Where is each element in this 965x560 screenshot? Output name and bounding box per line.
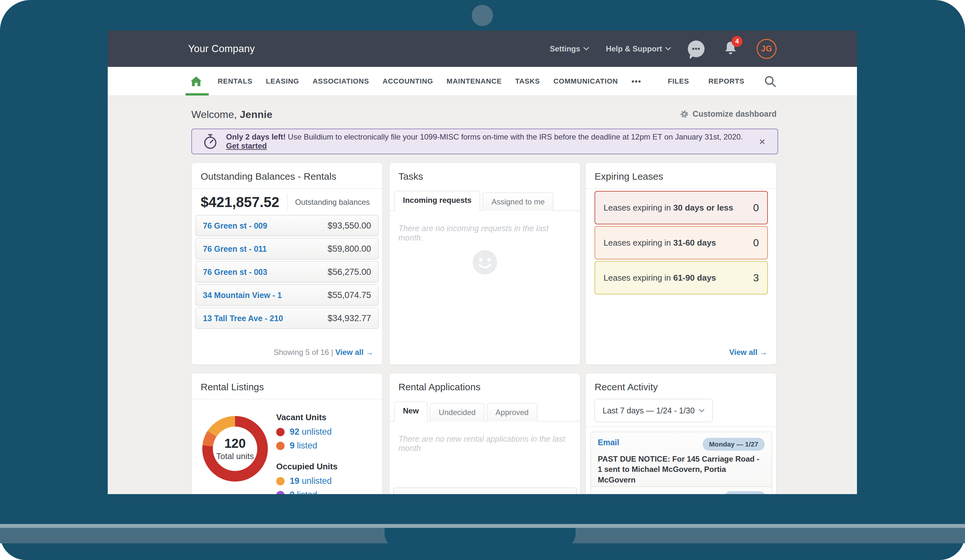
banner-get-started-link[interactable]: Get started xyxy=(226,142,267,150)
smiley-icon xyxy=(471,249,499,277)
leases-31-60-days-box[interactable]: Leases expiring in 31-60 days 0 xyxy=(595,226,768,260)
active-tab-underline xyxy=(186,93,209,95)
lease-box-count: 0 xyxy=(753,237,759,249)
legend-item-vacant-unlisted[interactable]: 92 unlisted xyxy=(276,427,338,437)
balance-amount: $55,074.75 xyxy=(328,290,371,300)
property-link[interactable]: 76 Green st - 003 xyxy=(203,268,267,277)
dashboard-content: Welcome, Jennie Customize dashboard xyxy=(108,96,857,494)
recent-activity-card: Recent Activity Last 7 days — 1/24 - 1/3… xyxy=(585,373,777,494)
activity-date-badge: Monday — 1/27 xyxy=(703,438,765,451)
property-link[interactable]: 34 Mountain View - 1 xyxy=(203,291,282,300)
property-link[interactable]: 76 Green st - 009 xyxy=(203,221,267,230)
settings-menu[interactable]: Settings xyxy=(550,44,589,53)
help-support-menu[interactable]: Help & Support xyxy=(606,44,671,53)
tab-incoming-requests[interactable]: Incoming requests xyxy=(394,191,480,211)
divider xyxy=(191,399,382,399)
welcome-greeting: Welcome, xyxy=(191,109,240,120)
showing-count: Showing 5 of 16 | xyxy=(274,348,335,356)
property-link[interactable]: 76 Green st - 011 xyxy=(203,244,267,254)
laptop-body: Your Company Settings Help & Support ••• xyxy=(0,0,965,560)
card-title: Outstanding Balances - Rentals xyxy=(191,163,382,188)
chevron-down-icon xyxy=(699,409,705,413)
units-donut-chart: 120 Total units xyxy=(202,416,268,482)
legend-dot xyxy=(276,428,285,436)
tasks-empty-message: There are no incoming requests in the la… xyxy=(389,211,580,242)
tab-home[interactable] xyxy=(188,67,204,95)
card-title: Tasks xyxy=(389,163,580,188)
lease-box-count: 0 xyxy=(753,202,759,214)
welcome-heading: Welcome, Jennie xyxy=(191,109,272,121)
screen: Your Company Settings Help & Support ••• xyxy=(108,31,857,494)
legend-dot xyxy=(276,491,285,495)
balance-amount: $93,550.00 xyxy=(328,221,371,231)
activity-item[interactable]: Email Monday — 1/27 PAST DUE NOTICE: For… xyxy=(590,432,772,494)
search-icon[interactable] xyxy=(764,75,777,88)
tab-tasks[interactable]: TASKS xyxy=(515,77,540,85)
legend-item-occupied-listed[interactable]: 0 listed xyxy=(276,490,338,494)
banner-text: Only 2 days left! Use Buildium to electr… xyxy=(226,132,757,150)
tab-associations[interactable]: ASSOCIATIONS xyxy=(312,77,369,85)
tab-more[interactable]: ••• xyxy=(631,77,641,86)
chat-icon[interactable]: ••• xyxy=(688,41,705,57)
chevron-down-icon xyxy=(665,47,671,51)
top-bar: Your Company Settings Help & Support ••• xyxy=(108,31,857,67)
laptop-mockup: Your Company Settings Help & Support ••• xyxy=(0,0,965,560)
balance-row[interactable]: 34 Mountain View - 1 $55,074.75 xyxy=(196,284,378,306)
notifications-button[interactable]: 4 xyxy=(721,39,740,59)
view-all-link[interactable]: View all → xyxy=(335,348,373,356)
laptop-notch xyxy=(384,528,576,549)
tab-communication[interactable]: COMMUNICATION xyxy=(553,77,618,85)
legend-label: 92 unlisted xyxy=(290,427,332,437)
leases-61-90-days-box[interactable]: Leases expiring in 61-90 days 3 xyxy=(595,261,768,294)
banner-close-icon[interactable]: × xyxy=(757,136,767,148)
tab-approved[interactable]: Approved xyxy=(487,403,537,421)
customize-dashboard-label: Customize dashboard xyxy=(693,109,777,119)
customize-dashboard-button[interactable]: Customize dashboard xyxy=(680,109,777,119)
view-all-link[interactable]: View all → xyxy=(729,348,767,356)
balance-row[interactable]: 76 Green st - 009 $93,550.00 xyxy=(196,215,378,236)
tab-files[interactable]: FILES xyxy=(668,77,689,85)
activity-type-link[interactable]: Email xyxy=(598,438,619,447)
divider xyxy=(287,194,288,211)
total-units-label: Total units xyxy=(216,451,254,461)
outstanding-balances-card: Outstanding Balances - Rentals $421,857.… xyxy=(191,162,383,365)
divider xyxy=(586,426,776,427)
tab-reports[interactable]: REPORTS xyxy=(708,77,744,85)
rental-applications-card: Rental Applications New Undecided Approv… xyxy=(389,373,581,494)
tab-assigned-to-me[interactable]: Assigned to me xyxy=(483,193,553,211)
property-link[interactable]: 13 Tall Tree Ave - 210 xyxy=(203,314,283,323)
legend-label: 19 unlisted xyxy=(290,476,332,486)
legend-label: 9 listed xyxy=(290,441,317,451)
banner-emphasis: Only 2 days left! xyxy=(226,132,286,141)
tab-rentals[interactable]: RENTALS xyxy=(218,77,252,85)
tab-maintenance[interactable]: MAINTENANCE xyxy=(447,77,502,85)
card-title: Recent Activity xyxy=(586,373,776,399)
legend-item-occupied-unlisted[interactable]: 19 unlisted xyxy=(276,476,338,486)
tab-undecided[interactable]: Undecided xyxy=(430,403,484,421)
occupied-units-header: Occupied Units xyxy=(276,462,338,472)
date-range-select[interactable]: Last 7 days — 1/24 - 1/30 xyxy=(595,399,713,422)
legend-item-vacant-listed[interactable]: 9 listed xyxy=(276,441,338,451)
total-units-value: 120 xyxy=(224,436,246,451)
laptop-hinge-line xyxy=(0,524,965,528)
tab-accounting[interactable]: ACCOUNTING xyxy=(383,77,433,85)
main-nav: RENTALS LEASING ASSOCIATIONS ACCOUNTING … xyxy=(108,67,857,96)
lease-box-label: Leases expiring in 30 days or less xyxy=(604,203,733,213)
balance-row[interactable]: 76 Green st - 011 $59,800.00 xyxy=(196,238,378,260)
help-support-label: Help & Support xyxy=(606,44,662,53)
balance-row[interactable]: 13 Tall Tree Ave - 210 $34,932.77 xyxy=(196,308,378,329)
balance-row[interactable]: 76 Green st - 003 $56,275.00 xyxy=(196,261,378,282)
legend-dot xyxy=(276,442,285,450)
tab-new[interactable]: New xyxy=(394,402,427,421)
stopwatch-icon xyxy=(203,134,218,150)
activity-item-partial xyxy=(590,487,772,494)
avatar[interactable]: JG xyxy=(757,39,777,59)
banner-body: Use Buildium to electronically file your… xyxy=(286,132,743,141)
settings-label: Settings xyxy=(550,44,581,53)
legend-label: 0 listed xyxy=(290,490,317,494)
card-title: Rental Applications xyxy=(389,373,580,399)
card-title: Expiring Leases xyxy=(586,163,776,188)
home-icon xyxy=(190,76,202,87)
tab-leasing[interactable]: LEASING xyxy=(266,77,299,85)
leases-30-days-box[interactable]: Leases expiring in 30 days or less 0 xyxy=(595,191,768,224)
